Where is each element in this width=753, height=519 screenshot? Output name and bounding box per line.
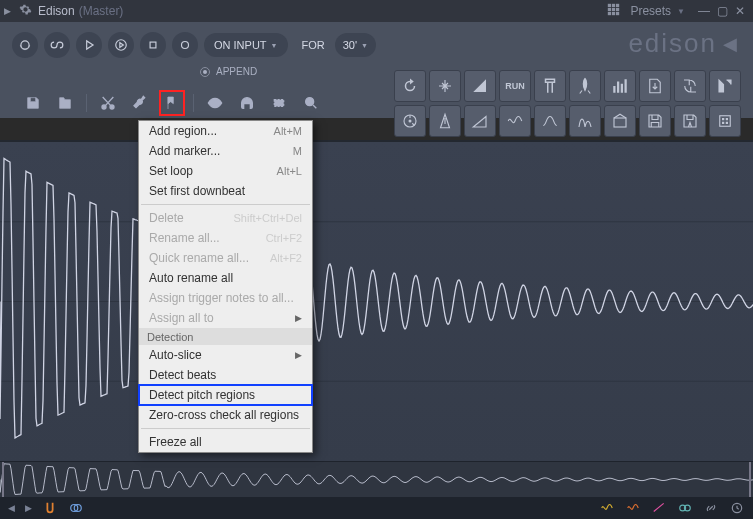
menu-item-label: Assign trigger notes to all...	[149, 291, 294, 305]
cut-icon[interactable]	[97, 92, 119, 114]
menu-item-label: Quick rename all...	[149, 251, 249, 265]
menu-item-auto-slice[interactable]: Auto-slice▶	[139, 345, 312, 365]
menu-item-set-loop[interactable]: Set loopAlt+L	[139, 161, 312, 181]
slip-edit-button[interactable]	[12, 32, 38, 58]
svg-point-27	[213, 101, 217, 105]
record-mode-select[interactable]: ON INPUT ▼	[204, 33, 288, 57]
minimize-button[interactable]: —	[695, 4, 713, 18]
export-button[interactable]	[639, 70, 671, 102]
play-button[interactable]	[76, 32, 102, 58]
menu-item-add-region[interactable]: Add region...Alt+M	[139, 121, 312, 141]
menu-separator	[141, 204, 310, 205]
menu-item-assign-trigger-notes-to-all: Assign trigger notes to all...	[139, 288, 312, 308]
status-snap-icon[interactable]	[42, 500, 58, 516]
spectrum-button[interactable]	[604, 70, 636, 102]
menu-item-quick-rename-all: Quick rename all...Alt+F2	[139, 248, 312, 268]
menu-item-auto-rename-all[interactable]: Auto rename all	[139, 268, 312, 288]
status-clock-icon[interactable]	[729, 500, 745, 516]
record-duration-select[interactable]: 30' ▼	[335, 33, 376, 57]
zoom-icon[interactable]	[300, 92, 322, 114]
status-wave2-icon[interactable]	[625, 500, 641, 516]
menu-item-rename-all: Rename all...Ctrl+F2	[139, 228, 312, 248]
fade-button[interactable]	[464, 70, 496, 102]
svg-rect-23	[722, 122, 724, 124]
presets-grid-icon[interactable]	[607, 3, 620, 19]
svg-rect-5	[616, 8, 619, 11]
menu-item-set-first-downbeat[interactable]: Set first downbeat	[139, 181, 312, 201]
close-button[interactable]: ✕	[731, 4, 749, 18]
record-duration-label: 30'	[343, 39, 357, 51]
view-icon[interactable]	[204, 92, 226, 114]
saveas-button[interactable]	[674, 105, 706, 137]
waveform-display[interactable]	[0, 142, 753, 461]
launch-button[interactable]	[569, 70, 601, 102]
denoise-button[interactable]	[499, 105, 531, 137]
presets-label[interactable]: Presets	[630, 4, 671, 18]
svg-rect-1	[612, 4, 615, 7]
config-button[interactable]	[709, 105, 741, 137]
play-loop-button[interactable]	[108, 32, 134, 58]
regions-marker-icon[interactable]	[161, 92, 183, 114]
append-radio[interactable]	[200, 67, 210, 77]
select-icon[interactable]	[268, 92, 290, 114]
menu-item-detect-pitch-regions[interactable]: Detect pitch regions	[139, 385, 312, 405]
save-button[interactable]	[639, 105, 671, 137]
send-button[interactable]	[709, 70, 741, 102]
menu-item-detect-beats[interactable]: Detect beats	[139, 365, 312, 385]
presets-dropdown-icon[interactable]: ▼	[677, 7, 685, 16]
menu-item-freeze-all[interactable]: Freeze all	[139, 432, 312, 452]
pitch-button[interactable]	[394, 105, 426, 137]
svg-rect-7	[612, 12, 615, 15]
menu-item-label: Rename all...	[149, 231, 220, 245]
record-button[interactable]	[172, 32, 198, 58]
overview-waveform[interactable]	[0, 461, 753, 497]
svg-rect-16	[625, 79, 627, 93]
eq-button[interactable]	[569, 105, 601, 137]
append-label: APPEND	[216, 66, 257, 77]
overview-handle-right[interactable]	[749, 462, 751, 497]
filter-button[interactable]	[534, 105, 566, 137]
undo-button[interactable]	[394, 70, 426, 102]
menu-item-label: Detect pitch regions	[149, 388, 255, 402]
overview-handle-left[interactable]	[2, 462, 4, 497]
status-left-tri-icon[interactable]: ◀	[8, 503, 15, 513]
normalize-button[interactable]	[429, 70, 461, 102]
menu-item-label: Auto rename all	[149, 271, 233, 285]
menu-item-label: Assign all to	[149, 311, 214, 325]
status-link-icon[interactable]	[703, 500, 719, 516]
menu-item-label: Detect beats	[149, 368, 216, 382]
svg-rect-0	[608, 4, 611, 7]
envelope-button[interactable]	[464, 105, 496, 137]
menu-item-label: Delete	[149, 211, 184, 225]
run-script-button[interactable]: RUN	[499, 70, 531, 102]
svg-rect-4	[612, 8, 615, 11]
status-right-tri-icon[interactable]: ▶	[25, 503, 32, 513]
trim-button[interactable]	[534, 70, 566, 102]
collapse-tri-icon[interactable]: ▶	[4, 6, 11, 16]
svg-rect-24	[726, 122, 728, 124]
speaker-icon: ◀	[723, 33, 739, 55]
tempo-button[interactable]	[429, 105, 461, 137]
status-wave1-icon[interactable]	[599, 500, 615, 516]
stop-button[interactable]	[140, 32, 166, 58]
headphones-icon[interactable]	[236, 92, 258, 114]
maximize-button[interactable]: ▢	[713, 4, 731, 18]
reverb-button[interactable]	[604, 105, 636, 137]
disk-open-icon[interactable]	[22, 92, 44, 114]
menu-item-label: Set loop	[149, 164, 193, 178]
menu-item-add-marker[interactable]: Add marker...M	[139, 141, 312, 161]
tools-icon[interactable]	[129, 92, 151, 114]
channel-label: (Master)	[79, 4, 124, 18]
status-mono-icon[interactable]	[68, 500, 84, 516]
window-title: Edison	[38, 4, 75, 18]
disk-save-icon[interactable]	[54, 92, 76, 114]
svg-rect-2	[616, 4, 619, 7]
gear-icon[interactable]	[19, 3, 32, 19]
chevron-down-icon: ▼	[271, 42, 278, 49]
reload-button[interactable]	[674, 70, 706, 102]
svg-rect-20	[720, 116, 731, 127]
loop-button[interactable]	[44, 32, 70, 58]
menu-item-zero-cross-check-all-regions[interactable]: Zero-cross check all regions	[139, 405, 312, 425]
status-wave3-icon[interactable]	[651, 500, 667, 516]
status-stereo-icon[interactable]	[677, 500, 693, 516]
